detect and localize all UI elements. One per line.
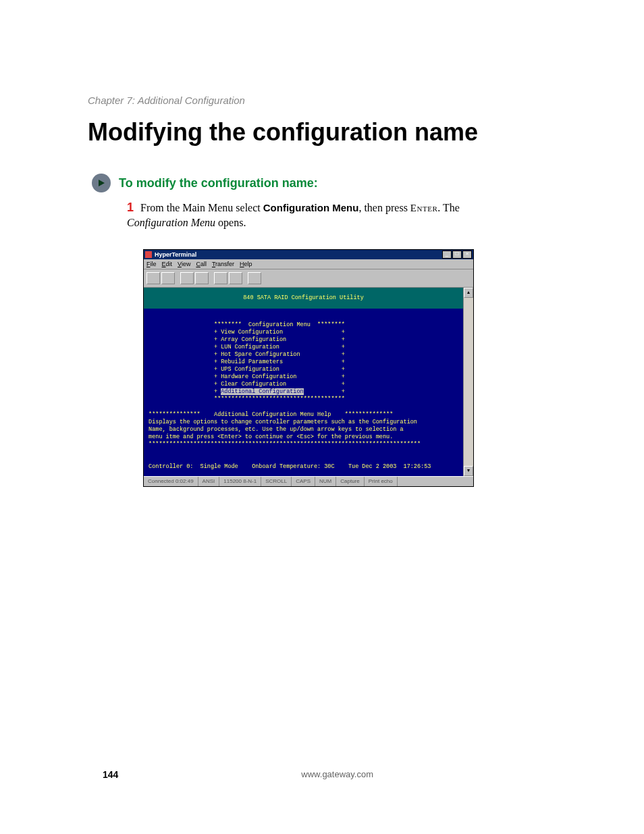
menu-item-ups[interactable]: UPS Configuration: [221, 366, 279, 373]
menu-edit[interactable]: Edit: [162, 261, 173, 267]
scroll-up-icon[interactable]: ▴: [464, 288, 473, 298]
close-button[interactable]: ×: [462, 251, 472, 259]
menu-item-view[interactable]: View Configuration: [221, 329, 283, 336]
status-settings: 115200 8-N-1: [219, 477, 261, 486]
svg-marker-0: [99, 180, 105, 186]
toolbar-disconnect-icon[interactable]: [195, 272, 209, 284]
menu-view[interactable]: View: [178, 261, 190, 267]
page-number: 144: [103, 769, 118, 780]
help-title: *************** Additional Configuration…: [149, 411, 393, 418]
help-line-3: menu itme and press <Enter> to continue …: [149, 434, 393, 440]
status-caps: CAPS: [292, 477, 315, 486]
menu-call[interactable]: Call: [196, 261, 207, 267]
step-number: 1: [127, 201, 134, 214]
scroll-track[interactable]: [464, 298, 473, 466]
status-connected: Connected 0:02:49: [144, 477, 198, 486]
hyperterminal-window: HyperTerminal _ □ × File Edit View Call …: [143, 249, 474, 487]
chapter-header: Chapter 7: Additional Configuration: [88, 95, 563, 106]
toolbar-send-icon[interactable]: [214, 272, 227, 284]
menu-item-lun[interactable]: LUN Configuration: [221, 344, 279, 350]
menu-item-array[interactable]: Array Configuration: [221, 336, 286, 343]
toolbar-open-icon[interactable]: [161, 272, 175, 284]
step-text-prefix: From the Main Menu select: [140, 202, 263, 213]
help-line-2: Name, background processes, etc. Use the…: [149, 426, 403, 433]
page-footer: 144 www.gateway.com: [0, 769, 644, 780]
scroll-down-icon[interactable]: ▾: [464, 466, 473, 476]
terminal-status-line: Controller 0: Single Mode Onboard Temper…: [145, 463, 431, 470]
status-capture: Capture: [336, 477, 364, 486]
footer-url: www.gateway.com: [118, 769, 556, 780]
step-1: 1 From the Main Menu select Configuratio…: [127, 199, 563, 230]
step-text-mid: , then press: [358, 202, 410, 213]
status-emulation: ANSI: [198, 477, 220, 486]
status-printecho: Print echo: [365, 477, 398, 486]
config-menu-footer: **************************************: [214, 396, 345, 402]
status-bar: Connected 0:02:49 ANSI 115200 8-N-1 SCRO…: [144, 476, 473, 486]
toolbar-connect-icon[interactable]: [180, 272, 194, 284]
menu-item-additional-selected[interactable]: Additional Configuration: [221, 388, 303, 395]
terminal-area[interactable]: 840 SATA RAID Configuration Utility ****…: [144, 288, 463, 476]
config-menu-header: ******** Configuration Menu ********: [214, 321, 345, 328]
toolbar: [144, 269, 473, 288]
window-titlebar: HyperTerminal _ □ ×: [144, 250, 473, 259]
menu-file[interactable]: File: [146, 261, 157, 267]
maximize-button[interactable]: □: [452, 251, 462, 259]
step-text-after: . The: [437, 202, 460, 213]
menu-bar: File Edit View Call Transfer Help: [144, 259, 473, 269]
menu-help[interactable]: Help: [240, 261, 252, 267]
window-title: HyperTerminal: [155, 251, 442, 258]
menu-transfer[interactable]: Transfer: [212, 261, 234, 267]
help-line-1: Displays the options to change controlle…: [149, 419, 417, 425]
step-text-italic: Configuration Menu: [127, 217, 215, 228]
step-text-bold: Configuration Menu: [263, 202, 359, 213]
status-num: NUM: [315, 477, 336, 486]
page-title: Modifying the configuration name: [88, 118, 563, 147]
app-icon: [145, 251, 152, 258]
play-arrow-icon: [92, 174, 111, 192]
toolbar-new-icon[interactable]: [146, 272, 160, 284]
status-scroll: SCROLL: [261, 477, 292, 486]
help-divider: ****************************************…: [149, 441, 421, 448]
procedure-title: To modify the configuration name:: [119, 176, 318, 190]
step-text-key: Enter: [410, 203, 437, 213]
step-text-end: opens.: [215, 217, 246, 228]
toolbar-receive-icon[interactable]: [229, 272, 242, 284]
menu-item-rebuild[interactable]: Rebuild Parameters: [221, 359, 283, 365]
scrollbar[interactable]: ▴ ▾: [463, 288, 473, 476]
menu-item-hotspare[interactable]: Hot Spare Configuration: [221, 351, 300, 358]
menu-item-clear[interactable]: Clear Configuration: [221, 381, 286, 388]
terminal-banner: 840 SATA RAID Configuration Utility: [144, 288, 463, 309]
minimize-button[interactable]: _: [442, 251, 452, 259]
toolbar-properties-icon[interactable]: [248, 272, 261, 284]
menu-item-hardware[interactable]: Hardware Configuration: [221, 373, 296, 380]
